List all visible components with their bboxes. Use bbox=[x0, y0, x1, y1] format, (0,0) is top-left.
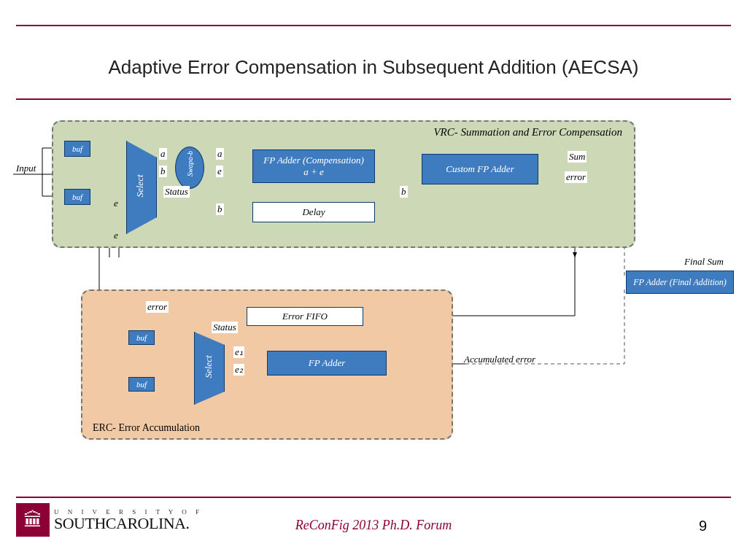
footer-page-number: 9 bbox=[699, 518, 707, 534]
zone-vrc-title: VRC- Summation and Error Compensation bbox=[433, 126, 622, 139]
label-accumulated-error: Accumulated error bbox=[462, 354, 537, 365]
label-e: e bbox=[112, 230, 120, 241]
label-final-sum: Final Sum bbox=[683, 256, 725, 268]
label-sum: Sum bbox=[568, 151, 587, 163]
label-b: b bbox=[159, 166, 167, 177]
block-select-erc-label: Select bbox=[203, 355, 214, 378]
slide-title: Adaptive Error Compensation in Subsequen… bbox=[0, 56, 747, 79]
zone-erc-title: ERC- Error Accumulation bbox=[93, 422, 200, 434]
label-e: e bbox=[216, 166, 223, 177]
label-input: Input bbox=[15, 163, 37, 174]
bottom-rule bbox=[16, 497, 731, 498]
label-b: b bbox=[400, 186, 408, 198]
block-delay: Delay bbox=[252, 202, 375, 222]
label-error: error bbox=[565, 171, 587, 183]
label-a: a bbox=[159, 148, 167, 160]
label-e1: e₁ bbox=[233, 346, 244, 358]
diagram-stage: VRC- Summation and Error Compensation ER… bbox=[13, 120, 734, 485]
block-buf: buf bbox=[128, 330, 155, 345]
label-b: b bbox=[216, 203, 224, 215]
label-e: e bbox=[112, 198, 120, 209]
label-e2: e₂ bbox=[233, 364, 244, 376]
block-custom-fp-adder: Custom FP Adder bbox=[422, 154, 538, 184]
footer-center: ReConFig 2013 Ph.D. Forum bbox=[0, 518, 747, 533]
label-a: a bbox=[216, 148, 224, 160]
label-status: Status bbox=[163, 186, 190, 198]
block-buf: buf bbox=[64, 189, 90, 205]
block-error-fifo: Error FIFO bbox=[247, 307, 363, 326]
block-fp-final: FP Adder (Final Addition) bbox=[626, 271, 734, 294]
block-select-vrc-label: Select bbox=[134, 174, 146, 197]
top-rule-1 bbox=[16, 25, 731, 26]
label-status: Status bbox=[212, 322, 238, 333]
block-swap-label: Swapa-b bbox=[186, 151, 194, 176]
top-rule-2 bbox=[16, 98, 731, 100]
block-fp-compensation: FP Adder (Compensation) a + e bbox=[252, 149, 375, 183]
block-buf: buf bbox=[64, 141, 90, 157]
block-buf: buf bbox=[128, 377, 155, 392]
label-error: error bbox=[146, 301, 169, 313]
block-fp-adder: FP Adder bbox=[267, 351, 387, 376]
